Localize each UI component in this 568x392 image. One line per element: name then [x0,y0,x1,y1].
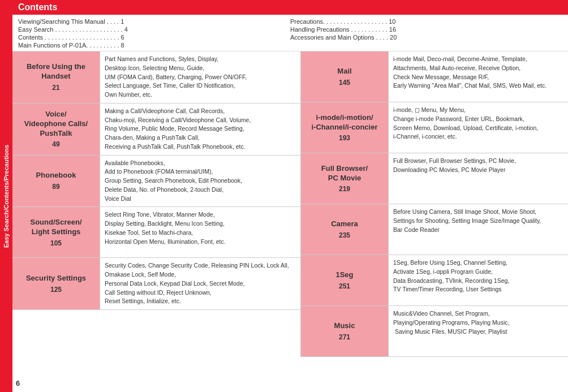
cat-name-sound: Sound/Screen/Light Settings [30,218,81,237]
cat-name-before-using: Before Using the Handset [16,62,96,81]
cat-desc-music: Music&Video Channel, Set Program, Playin… [389,306,568,356]
left-section: Before Using the Handset 21 Part Names a… [12,51,301,357]
content-grid: Before Using the Handset 21 Part Names a… [12,51,568,357]
cat-name-mail: Mail [337,67,351,76]
category-label-music: Music 271 [301,306,389,356]
top-nav: Viewing/Searching This Manual . . . . 1 … [12,15,568,51]
right-section: Mail 145 i-mode Mail, Deco-mail, Decome-… [301,51,568,357]
cat-num-security: 125 [50,286,62,294]
cat-name-security: Security Settings [26,274,86,283]
footer-page: 6 [16,379,20,387]
nav-item-3: Contents . . . . . . . . . . . . . . . .… [18,34,290,41]
category-label-camera: Camera 235 [301,204,389,255]
header: Contents [12,0,568,15]
cat-name-fullbrowser: Full Browser/PC Movie [321,164,368,183]
category-row-phonebook: Phonebook 89 Available Phonebooks, Add t… [12,156,300,208]
cat-num-music: 271 [339,333,350,341]
category-row-music: Music 271 Music&Video Channel, Set Progr… [301,306,568,357]
category-row-1seg: 1Seg 251 1Seg, Before Using 1Seg, Channe… [301,255,568,306]
cat-name-1seg: 1Seg [335,270,353,280]
cat-desc-security: Security Codes, Change Security Code, Re… [100,258,300,309]
category-label-before-using: Before Using the Handset 21 [12,51,100,103]
cat-desc-camera: Before Using Camera, Still Image Shoot, … [389,204,568,255]
cat-num-imode: 193 [339,134,350,142]
category-label-phonebook: Phonebook 89 [12,156,100,207]
sidebar-label-text: Easy Search/Contents/Precautions [3,144,10,247]
nav-item-4: Main Functions of P-01A. . . . . . . . .… [18,42,290,49]
cat-desc-fullbrowser: Full Browser, Full Browser Settings, PC … [389,153,568,204]
cat-num-camera: 235 [339,231,350,239]
cat-desc-1seg: 1Seg, Before Using 1Seg, Channel Setting… [389,255,568,305]
cat-num-phonebook: 89 [52,183,59,191]
cat-num-before-using: 21 [52,84,59,92]
category-label-fullbrowser: Full Browser/PC Movie 219 [301,153,389,204]
category-row-before-using: Before Using the Handset 21 Part Names a… [12,51,300,104]
category-row-fullbrowser: Full Browser/PC Movie 219 Full Browser, … [301,153,568,204]
cat-desc-mail: i-mode Mail, Deco-mail, Decome-Anime, Te… [389,51,568,102]
category-row-sound: Sound/Screen/Light Settings 105 Select R… [12,207,300,258]
cat-desc-imode: i-mode, ◻ Menu, My Menu, Change i-mode P… [389,102,568,153]
category-label-voice: Voice/Videophone Calls/PushTalk 49 [12,104,100,155]
cat-desc-phonebook: Available Phonebooks, Add to Phonebook (… [100,156,300,207]
sidebar-label: Easy Search/Contents/Precautions [0,0,12,392]
category-label-mail: Mail 145 [301,51,389,102]
nav-item-5: Precautions. . . . . . . . . . . . . . .… [290,18,562,25]
cat-num-sound: 105 [50,239,62,247]
category-label-sound: Sound/Screen/Light Settings 105 [12,207,100,257]
cat-desc-voice: Making a Call/Videophone Call, Call Reco… [100,104,300,155]
cat-name-music: Music [334,321,355,331]
cat-name-voice: Voice/Videophone Calls/PushTalk [24,110,88,139]
top-nav-col2: Precautions. . . . . . . . . . . . . . .… [290,18,562,49]
nav-item-7: Accessories and Main Options . . . . 20 [290,34,562,41]
cat-num-voice: 49 [52,140,59,148]
cat-num-mail: 145 [339,79,350,87]
cat-desc-before-using: Part Names and Functions, Styles, Displa… [100,51,300,103]
cat-num-1seg: 251 [339,282,350,290]
category-row-camera: Camera 235 Before Using Camera, Still Im… [301,204,568,255]
nav-item-6: Handling Precautions . . . . . . . . . .… [290,26,562,33]
top-nav-col1: Viewing/Searching This Manual . . . . 1 … [18,18,290,49]
nav-item-2: Easy Search . . . . . . . . . . . . . . … [18,26,290,33]
category-row-imode: i-mode/i-motion/i-Channel/i-concier 193 … [301,102,568,153]
category-label-1seg: 1Seg 251 [301,255,389,305]
cat-name-imode: i-mode/i-motion/i-Channel/i-concier [311,113,377,132]
category-label-imode: i-mode/i-motion/i-Channel/i-concier 193 [301,102,389,153]
page-number: 6 [16,379,20,387]
category-row-voice: Voice/Videophone Calls/PushTalk 49 Makin… [12,104,300,156]
cat-name-camera: Camera [331,219,358,229]
nav-item-1: Viewing/Searching This Manual . . . . 1 [18,18,290,25]
category-row-security: Security Settings 125 Security Codes, Ch… [12,258,300,310]
category-label-security: Security Settings 125 [12,258,100,309]
cat-desc-sound: Select Ring Tone, Vibrator, Manner Mode,… [100,207,300,257]
cat-num-fullbrowser: 219 [339,185,350,193]
cat-name-phonebook: Phonebook [36,171,76,180]
category-row-mail: Mail 145 i-mode Mail, Deco-mail, Decome-… [301,51,568,102]
header-title: Contents [18,2,57,12]
main-container: Viewing/Searching This Manual . . . . 1 … [12,15,568,357]
